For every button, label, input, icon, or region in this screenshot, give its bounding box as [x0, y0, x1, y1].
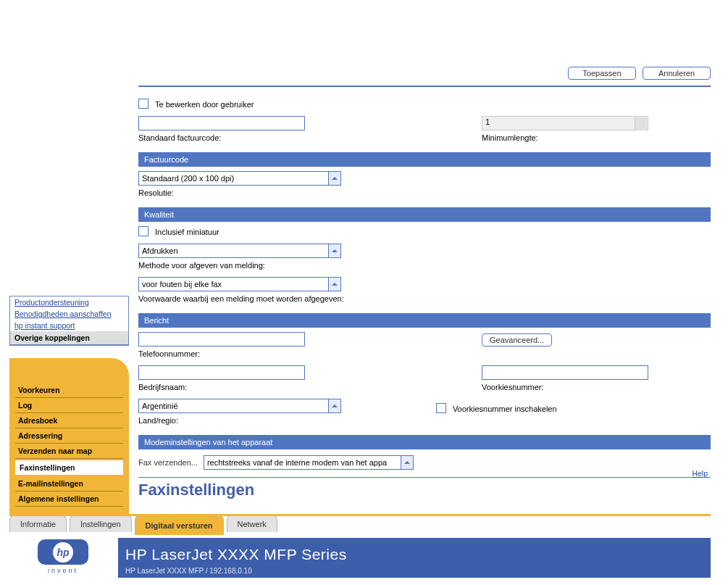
tab-netwerk[interactable]: Netwerk: [227, 515, 277, 532]
sidebar-item-voorkeuren[interactable]: Voorkeuren: [15, 383, 123, 398]
tab-digitaal-versturen[interactable]: Digitaal versturen: [135, 515, 224, 535]
prefix-input[interactable]: [482, 365, 648, 380]
sidebar-item-adresboek[interactable]: Adresboek: [15, 413, 123, 428]
prefix-label: Voorkiesnummer:: [482, 383, 711, 391]
link-productondersteuning[interactable]: Productondersteuning: [10, 296, 128, 308]
billing-std-label: Standaard factuurcode:: [138, 133, 413, 142]
page-title: Faxinstellingen: [138, 481, 711, 499]
thumb-checkbox[interactable]: [138, 226, 148, 236]
country-select[interactable]: [138, 399, 341, 413]
company-label: Bedrijfsnaam:: [138, 383, 413, 391]
res-label: Resolutie:: [138, 188, 711, 197]
other-links-heading: Overige koppelingen: [10, 331, 128, 345]
billing-minlen-label: Minimumlengte:: [482, 133, 711, 142]
billing-std-input[interactable]: [138, 116, 305, 130]
msg-method-label: Methode voor afgeven van melding:: [138, 261, 711, 270]
link-hp-instant-support[interactable]: hp instant support: [10, 320, 128, 331]
billing-minlen-input: 1: [482, 116, 648, 130]
thumb-label: Inclusief miniatuur: [155, 228, 219, 236]
sidebar-item-verzenden-naar-map[interactable]: Verzenden naar map: [15, 444, 123, 459]
help-link[interactable]: Help: [692, 469, 708, 478]
apply-button[interactable]: Toepassen: [568, 67, 636, 80]
sidebar-item-adressering[interactable]: Adressering: [15, 428, 123, 444]
sidebar-item-e-mailinstellingen[interactable]: E-mailinstellingen: [15, 476, 123, 491]
device-path: HP LaserJet XXXX MFP / 192.168.0.10: [125, 567, 252, 575]
logo-subtext: invent: [48, 567, 78, 574]
prefix-enable-label: Voorkiesnummer inschakelen: [453, 404, 557, 413]
res-select[interactable]: [138, 171, 341, 186]
link-benodigdheden-aanschaffen[interactable]: Benodigdheden aanschaffen: [10, 308, 128, 320]
tab-instellingen[interactable]: Instellingen: [70, 515, 132, 532]
phone-input[interactable]: [138, 332, 305, 347]
send-fax-label: Fax verzenden...: [138, 458, 198, 467]
sidebar-item-log[interactable]: Log: [15, 398, 123, 413]
sidebar-item-algemene-instellingen[interactable]: Algemene instellingen: [15, 491, 123, 507]
section-quality: Kwaliteit: [138, 207, 711, 222]
company-input[interactable]: [138, 365, 305, 380]
send-fax-select[interactable]: [204, 455, 414, 470]
cancel-button[interactable]: Annuleren: [643, 67, 711, 80]
section-modem: Modeminstellingen van het apparaat: [138, 435, 711, 449]
tab-informatie[interactable]: Informatie: [9, 515, 67, 532]
phone-label: Telefoonnummer:: [138, 349, 413, 358]
device-title: HP LaserJet XXXX MFP Series: [125, 546, 347, 563]
section-billing: Factuurcode: [138, 152, 711, 167]
billing-editable-label: Te bewerken door gebruiker: [155, 100, 254, 109]
msg-cond-label: Voorwaarde waarbij een melding moet word…: [138, 294, 711, 303]
advanced-button[interactable]: Geavanceerd...: [482, 333, 552, 347]
sidebar-item-faxinstellingen[interactable]: Faxinstellingen: [15, 460, 123, 475]
prefix-enable-checkbox[interactable]: [436, 403, 446, 413]
svg-text:hp: hp: [57, 547, 70, 558]
hp-logo: hp invent: [35, 536, 93, 576]
country-label: Land/regio:: [138, 416, 413, 425]
msg-method-select[interactable]: [138, 244, 341, 258]
section-msg: Bericht: [138, 313, 711, 328]
billing-editable-checkbox[interactable]: [138, 99, 148, 109]
msg-cond-select[interactable]: [138, 277, 341, 291]
